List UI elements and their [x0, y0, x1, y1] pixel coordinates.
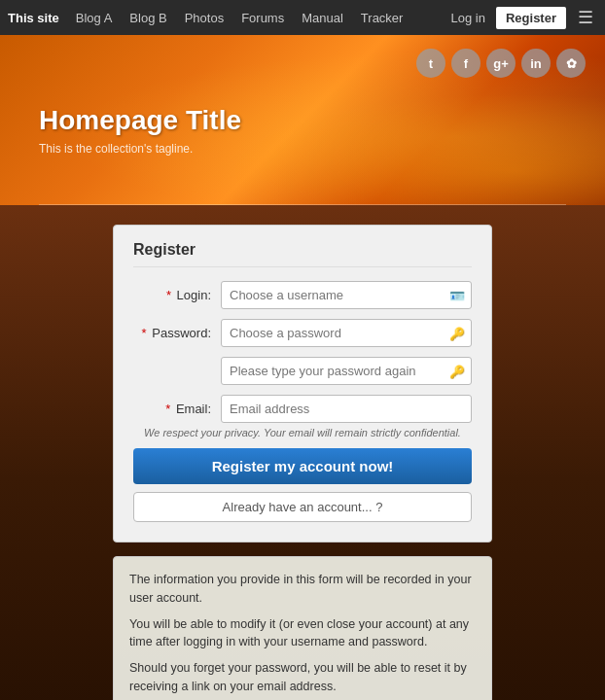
email-input[interactable] — [221, 395, 472, 423]
password-label: * Password: — [133, 326, 221, 340]
facebook-icon[interactable]: f — [451, 49, 480, 78]
password-confirm-row: 🔑 — [133, 357, 472, 385]
password-confirm-wrap: 🔑 — [221, 357, 472, 385]
hamburger-icon[interactable]: ☰ — [574, 7, 597, 28]
google-plus-icon[interactable]: g+ — [486, 49, 516, 78]
info-card: The information you provide in this form… — [113, 556, 492, 700]
login-row: * Login: 🪪 — [133, 281, 472, 309]
linkedin-icon[interactable]: in — [521, 49, 551, 78]
info-para-3: Should you forget your password, you wil… — [129, 659, 476, 696]
register-heading: Register — [133, 241, 472, 267]
hero-title: Homepage Title — [39, 105, 566, 136]
privacy-note: We respect your privacy. Your email will… — [133, 427, 472, 438]
register-button[interactable]: Register my account now! — [133, 448, 472, 484]
twitter-icon[interactable]: t — [416, 49, 445, 78]
nav-link-forums[interactable]: Forums — [234, 7, 291, 29]
nav-link-photos[interactable]: Photos — [178, 7, 231, 29]
register-card: Register * Login: 🪪 * Password: 🔑 — [113, 225, 492, 542]
nav-link-blogb[interactable]: Blog B — [123, 7, 173, 29]
nav-link-manual[interactable]: Manual — [295, 7, 350, 29]
register-button-nav[interactable]: Register — [496, 7, 566, 29]
social-icons: t f g+ in ✿ — [416, 49, 586, 78]
login-input[interactable] — [221, 281, 472, 309]
main-content: Register * Login: 🪪 * Password: 🔑 — [0, 205, 605, 700]
password-confirm-input[interactable] — [221, 357, 472, 385]
email-label: * Email: — [133, 402, 221, 416]
nav-link-tracker[interactable]: Tracker — [354, 7, 410, 29]
hero-divider — [39, 204, 566, 205]
required-star: * — [166, 288, 171, 302]
login-link[interactable]: Log in — [445, 7, 492, 29]
password-input[interactable] — [221, 319, 472, 347]
site-name: This site — [8, 11, 59, 25]
required-star2: * — [142, 326, 147, 340]
info-para-1: The information you provide in this form… — [129, 571, 476, 608]
required-star3: * — [165, 402, 170, 416]
already-account-button[interactable]: Already have an account... ? — [133, 492, 472, 522]
email-input-wrap — [221, 395, 472, 423]
hero-tagline: This is the collection's tagline. — [39, 142, 566, 156]
email-row: * Email: — [133, 395, 472, 423]
info-para-2: You will be able to modify it (or even c… — [129, 615, 476, 652]
nav-link-bloga[interactable]: Blog A — [69, 7, 120, 29]
password-row: * Password: 🔑 — [133, 319, 472, 347]
hero-section: t f g+ in ✿ Homepage Title This is the c… — [0, 35, 605, 205]
instagram-icon[interactable]: ✿ — [556, 49, 586, 78]
navbar: This site Blog A Blog B Photos Forums Ma… — [0, 0, 605, 35]
login-input-wrap: 🪪 — [221, 281, 472, 309]
login-label: * Login: — [133, 288, 221, 302]
password-input-wrap: 🔑 — [221, 319, 472, 347]
